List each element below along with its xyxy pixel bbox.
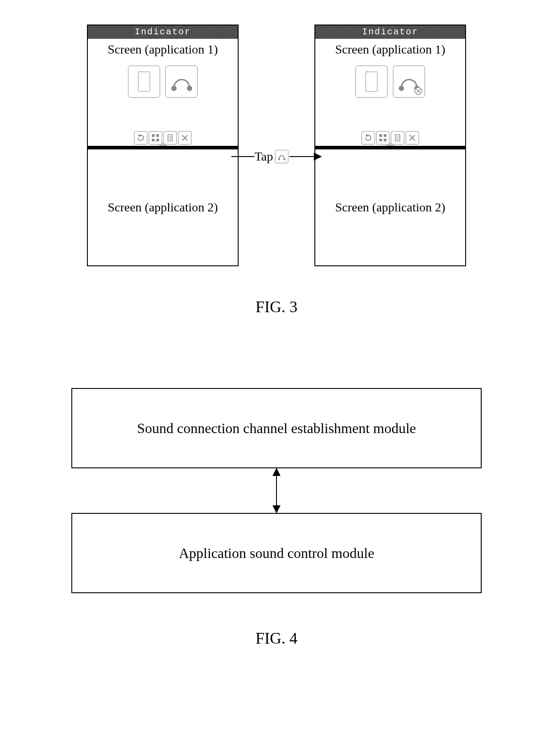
indicator-bar: Indicator: [315, 25, 465, 39]
svg-rect-20: [384, 134, 387, 137]
module-sound-channel: Sound connection channel establishment m…: [71, 388, 482, 468]
screen-app2-label: Screen (application 2): [107, 200, 218, 215]
fig4-caption: FIG. 4: [0, 629, 553, 648]
refresh-icon[interactable]: [134, 131, 148, 145]
fig3-row: Indicator Screen (application 1): [0, 25, 553, 266]
fig4: Sound connection channel establishment m…: [0, 388, 553, 648]
page: Indicator Screen (application 1): [0, 0, 553, 756]
screen-app1: Screen (application 1): [315, 39, 465, 146]
arrowhead-icon: [314, 153, 322, 161]
arrow-line: [231, 156, 255, 157]
arrow-line: [289, 156, 314, 157]
tap-arrow: Tap: [231, 149, 322, 164]
close-icon[interactable]: [406, 131, 419, 145]
screen-app1-label: Screen (application 1): [335, 42, 445, 57]
disabled-badge-icon: [414, 87, 423, 95]
module-app-sound-control: Application sound control module: [71, 513, 482, 593]
big-icon-row: [128, 66, 198, 98]
svg-rect-6: [157, 139, 159, 141]
close-icon[interactable]: [178, 131, 192, 145]
screen-app1-label: Screen (application 1): [107, 42, 218, 57]
headphones-disabled-icon[interactable]: [393, 66, 425, 98]
phone-outline-icon[interactable]: [128, 66, 160, 98]
phone-outline-icon[interactable]: [355, 66, 388, 98]
svg-rect-0: [138, 72, 150, 91]
headphones-icon[interactable]: [165, 66, 198, 98]
divider-caret-icon: [386, 142, 395, 146]
screen-app2: Screen (application 2): [88, 149, 238, 265]
screen-app1: Screen (application 1): [88, 39, 238, 146]
svg-rect-4: [157, 134, 159, 137]
svg-point-1: [171, 86, 177, 91]
tap-label: Tap: [255, 149, 273, 164]
headphones-small-icon: [275, 150, 288, 163]
indicator-bar: Indicator: [88, 25, 238, 39]
big-icon-row: [355, 66, 425, 98]
svg-rect-21: [380, 139, 382, 141]
split-divider[interactable]: [315, 146, 465, 149]
double-arrow-icon: [276, 468, 277, 513]
svg-point-14: [399, 86, 404, 91]
svg-rect-3: [152, 134, 155, 137]
fig3: Indicator Screen (application 1): [0, 25, 553, 316]
svg-rect-5: [152, 139, 155, 141]
svg-point-2: [187, 86, 192, 91]
svg-rect-22: [384, 139, 387, 141]
screen-app2: Screen (application 2): [315, 149, 465, 265]
screen-app2-label: Screen (application 2): [335, 200, 445, 215]
phone-left: Indicator Screen (application 1): [87, 25, 239, 266]
phone-right: Indicator Screen (application 1): [314, 25, 466, 266]
split-divider[interactable]: [88, 146, 238, 149]
svg-rect-13: [366, 72, 377, 91]
svg-point-29: [278, 158, 280, 161]
fig3-caption: FIG. 3: [0, 297, 553, 316]
divider-caret-icon: [158, 142, 167, 146]
svg-rect-19: [380, 134, 382, 137]
svg-point-30: [283, 158, 285, 161]
refresh-icon[interactable]: [362, 131, 375, 145]
